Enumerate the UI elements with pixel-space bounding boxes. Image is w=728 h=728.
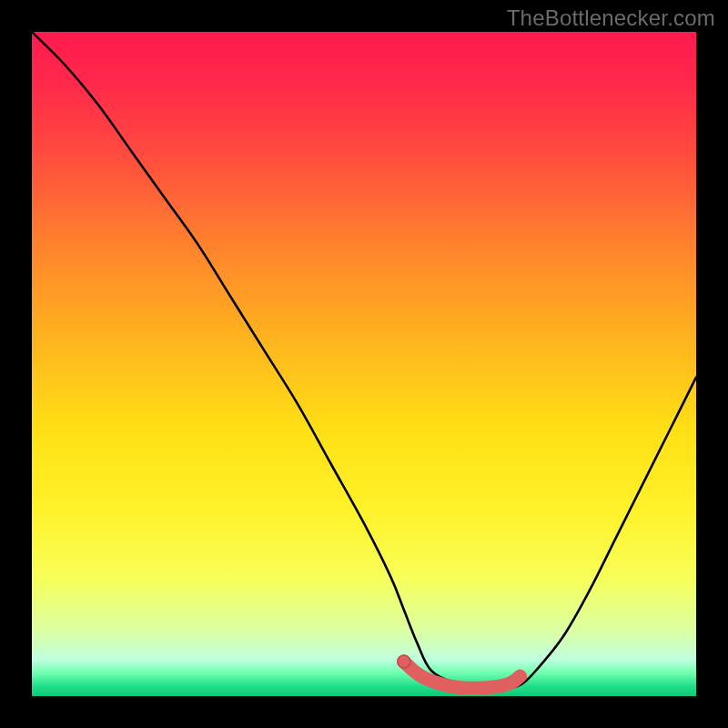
plot-area: [32, 32, 696, 696]
chart-canvas: [32, 32, 696, 696]
marker-dot: [398, 655, 410, 668]
gradient-background: [32, 32, 696, 696]
watermark-text: TheBottlenecker.com: [507, 5, 715, 31]
